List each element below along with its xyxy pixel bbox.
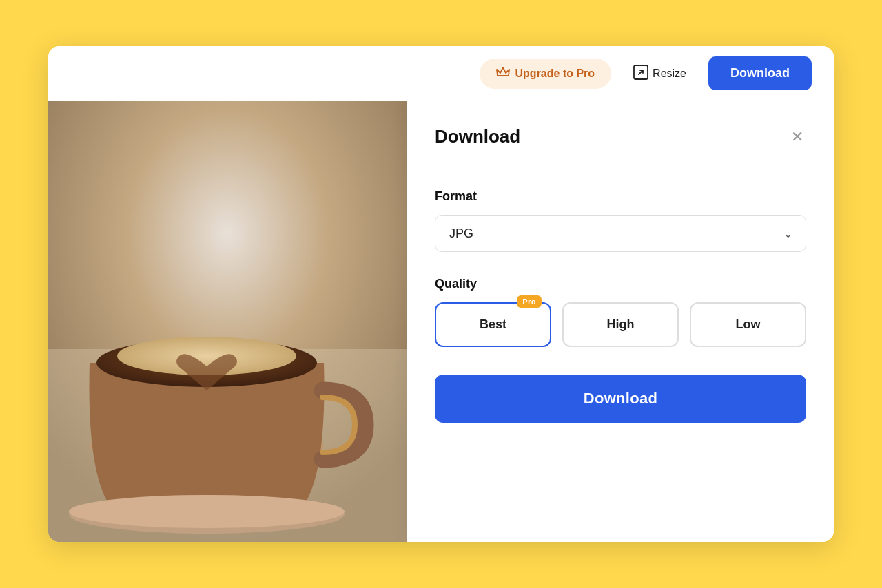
quality-low-button[interactable]: Low — [690, 302, 806, 347]
upgrade-button[interactable]: Upgrade to Pro — [480, 59, 612, 89]
resize-button[interactable]: Resize — [622, 58, 697, 90]
download-panel: Download ✕ Format JPG PNG WEBP SVG ⌄ Qua… — [407, 101, 834, 542]
format-select[interactable]: JPG PNG WEBP SVG — [435, 215, 806, 252]
close-button[interactable]: ✕ — [788, 127, 806, 147]
svg-point-7 — [69, 495, 345, 528]
quality-options: Pro Best High Low — [435, 302, 806, 347]
quality-high-label: High — [607, 317, 635, 331]
panel-header: Download ✕ — [435, 126, 806, 147]
close-icon: ✕ — [791, 128, 803, 145]
upgrade-label: Upgrade to Pro — [515, 67, 595, 80]
image-area — [48, 101, 407, 542]
quality-best-label: Best — [480, 317, 506, 331]
panel-title: Download — [435, 126, 520, 147]
crown-icon — [496, 67, 510, 81]
coffee-image — [48, 101, 407, 542]
download-top-button[interactable]: Download — [708, 56, 812, 90]
app-container: Upgrade to Pro Resize Download — [48, 46, 834, 542]
quality-high-button[interactable]: High — [562, 302, 679, 347]
resize-label: Resize — [653, 67, 686, 80]
divider — [435, 167, 806, 167]
format-select-wrapper: JPG PNG WEBP SVG ⌄ — [435, 215, 806, 252]
top-bar: Upgrade to Pro Resize Download — [48, 46, 834, 101]
main-content: Download ✕ Format JPG PNG WEBP SVG ⌄ Qua… — [48, 101, 834, 542]
download-label: Download — [584, 390, 658, 407]
resize-icon — [633, 65, 648, 83]
download-top-label: Download — [730, 66, 790, 80]
quality-best-button[interactable]: Pro Best — [435, 302, 551, 347]
quality-low-label: Low — [736, 317, 761, 331]
quality-label: Quality — [435, 277, 806, 291]
format-label: Format — [435, 189, 806, 204]
pro-badge: Pro — [517, 295, 542, 308]
download-button[interactable]: Download — [435, 375, 806, 423]
